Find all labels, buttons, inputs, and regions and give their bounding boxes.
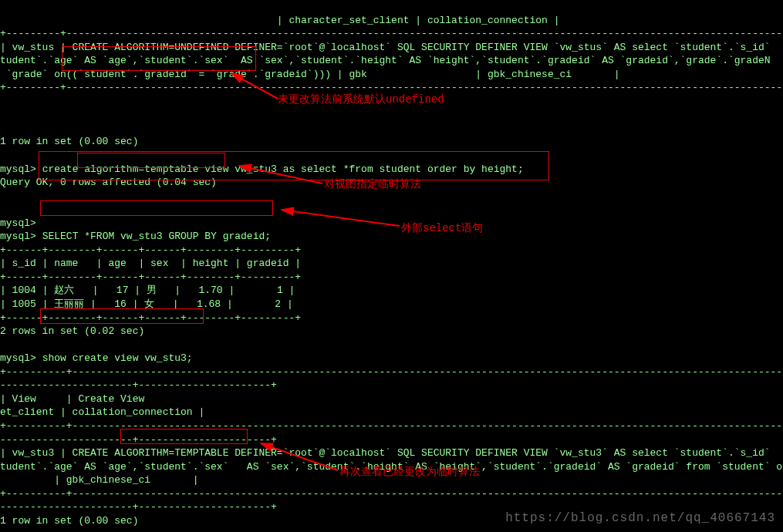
mysql-prompt: mysql> xyxy=(0,231,36,242)
cell-sex: 女 xyxy=(144,298,154,310)
view1-line3: `grade` on((`student`.`gradeid` = `grade… xyxy=(0,69,620,80)
select-command[interactable]: SELECT *FROM vw_stu3 GROUP BY gradeid; xyxy=(42,231,271,242)
cell-age: 17 xyxy=(116,285,129,296)
cell-gradeid: 2 xyxy=(275,298,281,310)
view1-line1: | vw_stus | CREATE ALGORITHM=UNDEFINED D… xyxy=(0,42,771,53)
annotation-select: 外部select语句 xyxy=(401,221,483,236)
separator: +----------+----------------------------… xyxy=(0,366,783,378)
table-header: | s_id | name | age | sex | height | gra… xyxy=(0,258,301,269)
view2-line1: | vw_stu3 | CREATE ALGORITHM=TEMPTABLE D… xyxy=(0,447,771,459)
cell-s_id: 1004 xyxy=(12,285,36,296)
mysql-prompt: mysql> xyxy=(0,163,36,175)
cell-sex: 男 xyxy=(147,285,157,296)
terminal-output: | character_set_client | collation_conne… xyxy=(0,0,783,527)
watermark: https://blog.csdn.net/qq_40667143 xyxy=(505,510,775,527)
annotation-temptable: 对视图指定临时算法 xyxy=(324,177,421,192)
cell-name: 赵六 xyxy=(54,285,74,296)
separator: +----------+----------------------------… xyxy=(0,420,783,432)
create-view-command[interactable]: create algorithm=temptable view vw_stu3 … xyxy=(42,163,524,175)
mysql-prompt: mysql> xyxy=(0,352,36,364)
annotation-undefined: 未更改算法前系统默认undefined xyxy=(278,93,444,107)
col-charset: et_client | collation_connection | xyxy=(0,406,204,418)
table-separator: +------+--------+------+------+--------+… xyxy=(0,271,301,283)
cell-name: 王丽丽 xyxy=(54,298,84,310)
rows-in-set: 2 rows in set (0.02 sec) xyxy=(0,325,144,337)
annotation-changed: 再次查看已经更改为临时算法 xyxy=(339,465,480,480)
cell-height: 1.70 xyxy=(198,285,222,296)
cell-s_id: 1005 xyxy=(12,298,36,310)
cell-age: 16 xyxy=(114,298,127,310)
view1-line2: tudent`.`age` AS `age`,`student`.`sex` A… xyxy=(0,55,771,66)
table-separator: +------+--------+------+------+--------+… xyxy=(0,312,301,324)
separator: +----------+----------------------------… xyxy=(0,488,783,500)
header-columns: | character_set_client | collation_conne… xyxy=(0,15,560,26)
mysql-prompt: mysql> xyxy=(0,217,36,229)
rows-in-set: 1 row in set (0.00 sec) xyxy=(0,515,138,527)
cell-gradeid: 1 xyxy=(277,285,283,296)
table-separator: +------+--------+------+------+--------+… xyxy=(0,244,301,256)
show-create-command[interactable]: show create view vw_stu3; xyxy=(42,352,193,364)
rows-in-set: 1 row in set (0.00 sec) xyxy=(0,136,138,147)
view2-line3: | gbk_chinese_ci | xyxy=(0,474,198,486)
query-ok: Query OK, 0 rows affected (0.04 sec) xyxy=(0,177,217,188)
separator: +---------+-----------------------------… xyxy=(0,28,783,39)
col-view: | View | Create View xyxy=(0,393,144,405)
cell-height: 1.68 xyxy=(197,298,221,310)
